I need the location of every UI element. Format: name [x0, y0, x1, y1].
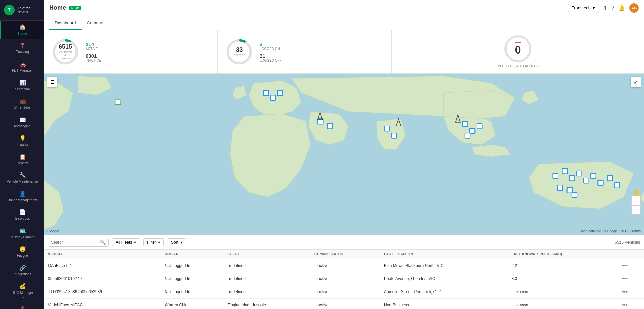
alerts-total: 0: [515, 44, 521, 56]
map-toggle-button[interactable]: ☰: [47, 77, 57, 87]
google-logo: Google: [47, 229, 59, 233]
svg-rect-30: [557, 185, 562, 190]
sort-button[interactable]: Sort ▾: [167, 238, 186, 246]
map-attribution: Map data ©2023 Google, INEGI | Terms: [581, 229, 641, 233]
cell-actions: •••: [618, 299, 644, 309]
alerts-stat-card: 0 VEHICLES WITH ALERTS: [392, 30, 644, 73]
sidebar-item-insights[interactable]: 💡 Insights: [0, 132, 44, 150]
upload-icon[interactable]: ⬆: [603, 5, 607, 11]
app-name: TeletracNavmar: [18, 6, 31, 14]
sidebar-fatigue-label: Fatigue: [17, 254, 28, 258]
vehicle-maintenance-icon: 🔧: [19, 172, 26, 178]
sidebar-item-onsite-traffic[interactable]: 🚦 Onsite Traffic ↗: [0, 303, 44, 309]
vehicle-toolbar: 🔍 All Fleets ▾ Filter ▾ Sort ▾ 6515 Vehi…: [44, 235, 644, 250]
cell-last-known-speed: Unknown: [508, 299, 618, 309]
table-row[interactable]: Vedel-iFace-MiTAC Warren Chin Engineerin…: [44, 299, 644, 309]
col-comms-status: COMMS STATUS: [310, 250, 380, 259]
home-icon: 🏠: [19, 24, 26, 30]
row-actions-button[interactable]: •••: [622, 276, 628, 282]
cell-last-known-speed: 2.2: [508, 259, 618, 272]
row-actions-button[interactable]: •••: [622, 263, 628, 269]
app-subtitle: Navmar: [18, 10, 31, 14]
sidebar-integrations-label: Integrations: [13, 272, 31, 276]
integrations-icon: 🔗: [19, 265, 26, 271]
sidebar-item-easydocs[interactable]: 📄 Easydocs: [0, 206, 44, 224]
fleet-filter-arrow: ▾: [134, 240, 136, 245]
cell-last-location: Aumuller Street, Portsmith, QLD: [380, 285, 507, 299]
sidebar-driver-management-label: Driver Management: [8, 198, 37, 202]
sidebar-item-fatigue[interactable]: 😴 Fatigue: [0, 243, 44, 261]
filter-label: Filter: [147, 240, 156, 245]
stats-row: 6515 VEHICLES &DEVICES 214 ACTIVE 6301 I…: [44, 30, 644, 74]
company-selector[interactable]: Transtech ▾: [568, 4, 599, 12]
svg-rect-32: [607, 176, 612, 181]
sidebar-vehicle-maintenance-label: Vehicle Maintenance: [7, 180, 38, 184]
sidebar-item-vehicle-maintenance[interactable]: 🔧 Vehicle Maintenance: [0, 169, 44, 187]
sidebar-item-scorecard[interactable]: 📊 Scorecard: [0, 76, 44, 95]
sidebar-item-messaging[interactable]: ✉️ Messaging: [0, 113, 44, 132]
cell-vehicle: QA-iFace-5-1: [44, 259, 161, 272]
filter-button[interactable]: Filter ▾: [143, 238, 164, 246]
fbt-icon: 🚗: [19, 61, 26, 67]
main-content: Home NEW Transtech ▾ ⬆ ? 🔔 AG Dashboard …: [44, 0, 644, 309]
table-row[interactable]: 352562061019249 Not Logged In undefined …: [44, 272, 644, 285]
svg-rect-22: [465, 133, 470, 138]
search-icon: 🔍: [100, 240, 106, 245]
smartjobs-icon: 💼: [19, 98, 26, 104]
sidebar: T TeletracNavmar 🏠 Home 📍 Tracking 🚗 FBT…: [0, 0, 44, 309]
cell-comms-status: Inactive: [310, 285, 380, 299]
logged-on-stat: 2 LOGGED ON: [259, 41, 282, 51]
sidebar-journey-planner-label: Journey Planner: [10, 235, 35, 239]
fleet-filter-label: All Fleets: [116, 240, 132, 245]
notifications-icon[interactable]: 🔔: [618, 5, 625, 11]
cell-comms-status: Inactive: [310, 299, 380, 309]
sidebar-item-ruc-manager[interactable]: 💰 RUC Manager ↗: [0, 280, 44, 303]
sidebar-item-reports[interactable]: 📋 Reports: [0, 150, 44, 169]
svg-rect-12: [263, 90, 268, 95]
search-input-wrap[interactable]: 🔍: [48, 238, 109, 247]
row-actions-button[interactable]: •••: [622, 302, 628, 308]
search-input[interactable]: [51, 240, 98, 245]
svg-rect-27: [584, 178, 589, 183]
sidebar-item-integrations[interactable]: 🔗 Integrations: [0, 261, 44, 280]
easydocs-icon: 📄: [19, 209, 26, 215]
company-name: Transtech: [572, 5, 591, 10]
inactive-count: 6301: [86, 53, 101, 59]
sidebar-item-driver-management[interactable]: 👤 Driver Management: [0, 187, 44, 206]
svg-rect-28: [591, 173, 596, 178]
drivers-donut: 33 DRIVERS: [226, 38, 253, 65]
sidebar-item-fbt[interactable]: 🚗 FBT Manager: [0, 58, 44, 76]
fleet-filter-select[interactable]: All Fleets ▾: [112, 238, 140, 246]
cell-actions: •••: [618, 259, 644, 272]
tracking-icon: 📍: [19, 42, 26, 49]
company-dropdown-arrow: ▾: [593, 5, 595, 10]
zoom-out-button[interactable]: −: [631, 205, 641, 215]
col-actions: [618, 250, 644, 259]
cell-last-location: Finn Mews, Blackburn North, VIC: [380, 259, 507, 272]
cell-driver: Not Logged In: [161, 285, 224, 299]
cell-comms-status: Inactive: [310, 259, 380, 272]
avatar[interactable]: AG: [629, 3, 639, 13]
tab-cameras[interactable]: Cameras: [82, 16, 110, 30]
alerts-label: VEHICLES WITH ALERTS: [498, 64, 538, 68]
sidebar-item-home[interactable]: 🏠 Home: [0, 21, 44, 39]
table-row[interactable]: TTD03557-358625050653536 Not Logged In u…: [44, 285, 644, 299]
cell-comms-status: Inactive: [310, 272, 380, 285]
onsite-traffic-icon: 🚦: [19, 306, 26, 309]
map-container[interactable]: ☰ ⤢ + − Google Map data ©2023 Google, IN…: [44, 74, 644, 235]
logged-off-label: LOGGED OFF: [259, 59, 282, 62]
map-fullscreen-button[interactable]: ⤢: [631, 77, 641, 87]
col-driver: DRIVER: [161, 250, 224, 259]
help-icon[interactable]: ?: [611, 5, 614, 11]
table-row[interactable]: QA-iFace-5-1 Not Logged In undefined Ina…: [44, 259, 644, 272]
row-actions-button[interactable]: •••: [622, 289, 628, 295]
sidebar-item-smartjobs[interactable]: 💼 SmartJobs: [0, 95, 44, 113]
sidebar-reports-label: Reports: [17, 161, 28, 165]
tab-dashboard[interactable]: Dashboard: [49, 16, 82, 30]
svg-rect-31: [567, 187, 572, 193]
sidebar-item-journey-planner[interactable]: 🗺️ Journey Planner: [0, 224, 44, 243]
inactive-label: INACTIVE: [86, 59, 101, 62]
sidebar-item-tracking[interactable]: 📍 Tracking: [0, 39, 44, 58]
zoom-in-button[interactable]: +: [631, 196, 641, 205]
svg-rect-18: [391, 133, 396, 138]
